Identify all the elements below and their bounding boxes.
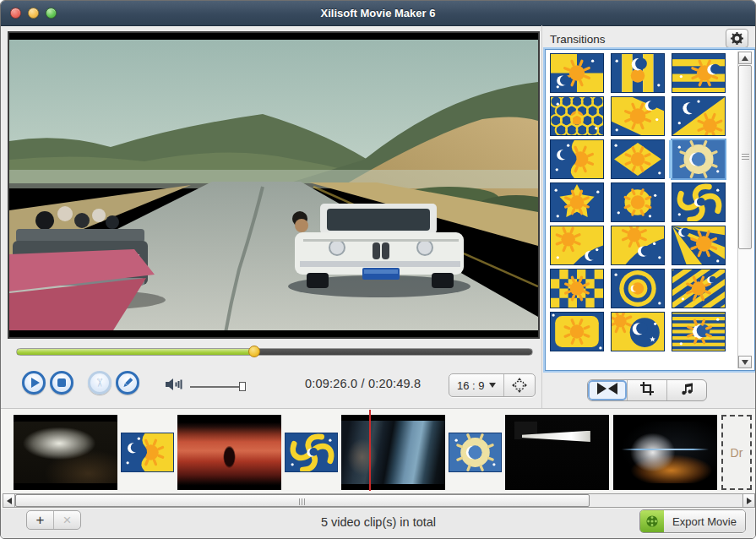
export-movie-button[interactable]: Export Movie — [639, 509, 746, 533]
panel-divider — [541, 25, 542, 408]
transition-thumb-corner-beams[interactable] — [672, 226, 725, 264]
scrollbar-track[interactable] — [15, 493, 742, 508]
play-icon — [31, 378, 40, 388]
transition-thumb-diagonal-stripes[interactable] — [672, 270, 725, 308]
minimize-window-icon[interactable] — [28, 8, 39, 19]
timeline-clip-projector[interactable] — [14, 415, 117, 490]
pencil-icon — [121, 376, 134, 389]
add-clip-button[interactable]: + — [27, 511, 53, 529]
transitions-scrollbar[interactable] — [737, 52, 753, 368]
thumb-grip — [742, 154, 749, 160]
arrow-right-icon — [747, 498, 752, 504]
transitions-grid — [551, 54, 730, 351]
fullscreen-button[interactable] — [503, 374, 535, 396]
clip-thumbnail — [505, 415, 609, 490]
aspect-ratio-value: 16 : 9 — [457, 379, 485, 392]
transition-thumb-diagonal-moon[interactable] — [672, 97, 725, 135]
timeline-clip-red-field[interactable] — [177, 415, 281, 490]
title-bar[interactable]: Xilisoft Movie Maker 6 — [1, 1, 755, 26]
tab-transition[interactable] — [588, 380, 627, 400]
seek-knob[interactable] — [248, 346, 260, 357]
time-display: 0:09:26.0 / 0:20:49.8 — [305, 377, 440, 390]
transition-thumb-quad-checker[interactable] — [551, 54, 603, 92]
tab-music[interactable] — [666, 380, 706, 400]
chevron-down-icon — [489, 383, 496, 388]
stop-button[interactable] — [50, 371, 73, 395]
scrollbar-thumb[interactable] — [738, 65, 752, 249]
transition-thumb-vertical-bars[interactable] — [612, 54, 664, 92]
timeline-scrollbar[interactable] — [3, 493, 755, 508]
clip-count-status: 5 video clip(s) in total — [209, 515, 547, 529]
transition-thumb-frame[interactable] — [551, 313, 603, 351]
volume-thumb[interactable] — [239, 382, 246, 391]
app-window: Xilisoft Movie Maker 6 — [0, 0, 756, 539]
transition-thumb-iris-circle[interactable] — [672, 140, 725, 178]
stop-icon — [57, 378, 66, 387]
aspect-control: 16 : 9 — [449, 373, 536, 397]
play-button[interactable] — [22, 371, 46, 395]
scroll-up-button[interactable] — [738, 52, 752, 64]
timeline-clip-light-beam[interactable] — [505, 415, 609, 490]
arrow-down-icon — [742, 360, 748, 365]
crop-icon — [639, 381, 655, 400]
transition-thumb-lattice[interactable] — [551, 97, 603, 135]
scroll-down-button[interactable] — [738, 356, 752, 368]
transition-thumb-star[interactable] — [551, 183, 603, 221]
timeline-transition-iris-circle[interactable] — [449, 433, 501, 471]
export-movie-label: Export Movie — [664, 510, 745, 532]
music-icon — [680, 382, 693, 399]
dropzone-label: Dr — [731, 446, 743, 460]
bottom-bar: + × 5 video clip(s) in total Export Movi… — [1, 509, 755, 539]
seek-bar[interactable] — [16, 348, 533, 356]
timeline: Dr — [1, 408, 756, 509]
timeline-clip-portrait[interactable] — [341, 415, 445, 490]
zoom-window-icon[interactable] — [46, 8, 57, 19]
timeline-dropzone[interactable]: Dr — [721, 415, 752, 490]
volume-slider[interactable] — [190, 386, 246, 388]
transition-thumb-horizontal-zigzag[interactable] — [672, 54, 725, 92]
scissors-icon: ✂ — [93, 378, 106, 388]
scroll-left-button[interactable] — [3, 493, 15, 508]
clip-thumbnail — [613, 415, 717, 490]
mode-tabs — [587, 379, 707, 401]
video-preview — [8, 31, 540, 339]
video-frame-art — [9, 33, 538, 337]
playhead[interactable] — [369, 410, 371, 491]
scroll-right-button[interactable] — [742, 493, 755, 508]
transition-thumb-corner-moon-alt[interactable] — [612, 226, 664, 264]
window-title: Xilisoft Movie Maker 6 — [321, 7, 436, 19]
clip-thumbnail — [177, 415, 281, 490]
seek-progress — [17, 349, 254, 355]
transitions-panel-title: Transitions — [550, 33, 606, 46]
transition-thumb-wave-split[interactable] — [551, 140, 603, 178]
cut-button[interactable]: ✂ — [88, 371, 111, 395]
arrow-up-icon — [742, 56, 748, 61]
transition-thumb-diagonal-sun[interactable] — [612, 97, 664, 135]
thumb-grip — [299, 498, 305, 505]
transition-thumb-ring[interactable] — [612, 183, 664, 221]
transition-thumb-concentric[interactable] — [612, 270, 664, 308]
aspect-ratio-dropdown[interactable]: 16 : 9 — [449, 374, 503, 396]
gear-icon — [731, 32, 743, 45]
tab-crop[interactable] — [627, 380, 666, 400]
edit-button[interactable] — [116, 371, 139, 395]
timeline-track: Dr — [14, 415, 752, 490]
remove-clip-button[interactable]: × — [53, 511, 80, 529]
transition-thumb-checkerboard[interactable] — [551, 270, 603, 308]
transition-thumb-spiral[interactable] — [672, 183, 725, 221]
clip-thumbnail — [341, 415, 445, 490]
scrollbar-thumb[interactable] — [15, 494, 590, 507]
transition-thumb-corner-moon[interactable] — [551, 226, 603, 264]
timeline-transition-wave-split[interactable] — [122, 433, 173, 471]
clip-thumbnail — [14, 415, 117, 490]
transitions-settings-button[interactable] — [726, 29, 748, 48]
close-window-icon[interactable] — [10, 8, 21, 19]
transition-thumb-blinds[interactable] — [672, 313, 725, 351]
timeline-clip-explosion[interactable] — [613, 415, 717, 490]
transition-thumb-moon-ball[interactable] — [612, 313, 664, 351]
transition-icon — [596, 382, 618, 399]
arrow-left-icon — [7, 498, 12, 504]
clip-add-remove-control: + × — [26, 510, 81, 530]
transition-thumb-diamond[interactable] — [612, 140, 664, 178]
timeline-transition-spiral[interactable] — [286, 433, 337, 471]
